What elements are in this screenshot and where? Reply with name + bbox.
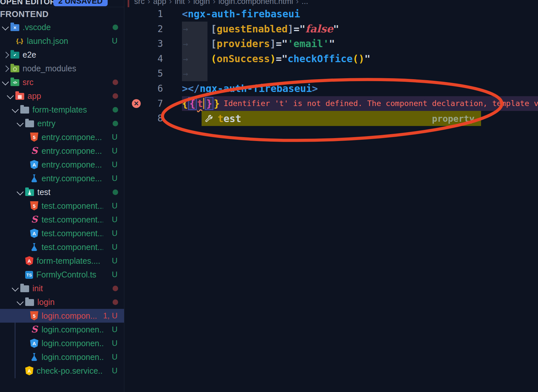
chevron-icon[interactable]	[20, 338, 30, 348]
open-editors-header[interactable]: OPEN EDITORS	[0, 0, 61, 6]
chevron-icon[interactable]	[20, 173, 30, 183]
code-token: 'email'	[288, 38, 329, 49]
modified-dot	[113, 107, 118, 113]
tree-item[interactable]: test	[0, 185, 124, 199]
breadcrumb-item[interactable]: src	[134, 0, 145, 6]
code-line-content[interactable]: <ngx-auth-firebaseui	[182, 7, 538, 22]
tree-item[interactable]: A check-po.service... U	[0, 364, 124, 378]
tree-item[interactable]: ✕ .vscode	[0, 20, 124, 34]
tree-item[interactable]: </> src	[0, 75, 124, 89]
code-line-content[interactable]: →[guestEnabled]="false"	[182, 22, 538, 37]
code-line-content[interactable]: →	[182, 66, 538, 81]
breadcrumb-item[interactable]: login.component.html	[218, 0, 293, 6]
code-line: 7 {{t}}Identifier 't' is not defined. Th…	[124, 96, 538, 111]
chevron-icon[interactable]	[10, 283, 20, 293]
chevron-icon[interactable]	[15, 187, 25, 197]
code-token: )	[270, 53, 276, 64]
tree-item[interactable]: A login.componen... U	[0, 336, 124, 350]
chevron-icon[interactable]	[15, 366, 25, 376]
tree-item[interactable]: 5 test.component... U	[0, 199, 124, 213]
folder-e2e-icon: ✔	[10, 52, 19, 59]
breadcrumb-item[interactable]: app	[153, 0, 166, 6]
chevron-icon[interactable]	[1, 22, 10, 32]
chevron-icon[interactable]	[15, 256, 25, 266]
tree-item[interactable]: ⬡ node_modules	[0, 62, 124, 75]
chevron-icon[interactable]	[20, 311, 30, 321]
chevron-icon[interactable]	[15, 297, 25, 307]
tree-item[interactable]: login.componen... U	[0, 350, 124, 364]
modified-dot	[113, 121, 118, 126]
item-label: FormlyControl.ts	[36, 270, 96, 279]
code-token: [	[211, 23, 217, 35]
html-icon: 5	[30, 133, 38, 142]
suggest-item-test[interactable]: test property	[202, 111, 481, 126]
tree-item[interactable]: S login.componen... U	[0, 323, 124, 336]
flask-icon	[30, 352, 38, 362]
unsaved-count-badge: 2 UNSAVED	[53, 0, 108, 6]
chevron-icon[interactable]	[20, 352, 30, 362]
tree-item[interactable]: A test.component... U	[0, 226, 124, 240]
item-label: check-po.service...	[37, 366, 103, 376]
code-token: guestEnabled	[217, 23, 288, 35]
code-line-content[interactable]: {{t}}Identifier 't' is not defined. The …	[182, 96, 538, 111]
code-token: false	[305, 23, 333, 35]
breadcrumb-separator: ›	[185, 0, 193, 6]
tree-item[interactable]: TS FormlyControl.ts U	[0, 268, 124, 281]
chevron-icon[interactable]	[6, 91, 15, 101]
git-status-badge: U	[103, 270, 117, 279]
code-token: [	[211, 38, 217, 49]
git-status-badge: U	[103, 160, 117, 169]
tree-item[interactable]: entry.compone... U	[0, 171, 124, 185]
chevron-icon[interactable]	[20, 160, 30, 169]
tree-item[interactable]: 5 entry.compone... U	[0, 130, 124, 144]
chevron-icon[interactable]	[20, 228, 30, 238]
ng-blue-icon: A	[30, 229, 38, 238]
chevron-icon[interactable]	[15, 118, 25, 128]
tree-item[interactable]: A entry.compone... U	[0, 158, 124, 171]
modified-dot	[113, 299, 118, 305]
chevron-icon[interactable]	[1, 63, 10, 73]
breadcrumb-item[interactable]: login	[193, 0, 210, 6]
code-line-content[interactable]: →[providers]="'email'"	[182, 36, 538, 51]
flask-icon	[30, 242, 38, 252]
chevron-icon[interactable]	[20, 132, 30, 142]
item-label: login.componen...	[42, 339, 103, 348]
code-line-content[interactable]: ></ngx-auth-firebaseui>	[182, 81, 538, 96]
code-token: =	[276, 53, 282, 64]
tree-item[interactable]: A form-templates.... U	[0, 254, 124, 268]
workspace-root-header[interactable]: FRONTEND	[0, 9, 48, 19]
chevron-icon[interactable]	[15, 270, 25, 279]
tree-item[interactable]: ✔ e2e	[0, 48, 124, 62]
code-token: =	[276, 38, 282, 49]
breadcrumb-item[interactable]: init	[175, 0, 185, 6]
git-status-badge: U	[103, 229, 117, 238]
chevron-icon[interactable]	[20, 201, 30, 211]
tree-item[interactable]: 5 login.compon... 1, U	[0, 309, 124, 323]
html-icon: 5	[30, 311, 38, 320]
chevron-icon[interactable]	[1, 50, 10, 60]
breadcrumb-item[interactable]: ...	[302, 0, 308, 6]
tree-item[interactable]: login	[0, 295, 124, 309]
chevron-icon[interactable]	[1, 77, 10, 87]
tree-item[interactable]: {..} launch.json U	[0, 34, 124, 48]
chevron-icon[interactable]	[6, 36, 15, 46]
tree-item[interactable]: ▦ app	[0, 89, 124, 103]
tree-item[interactable]: form-templates	[0, 103, 124, 116]
tree-item[interactable]: S test.component... U	[0, 213, 124, 226]
tree-item[interactable]: S entry.compone... U	[0, 144, 124, 158]
code-line-content[interactable]: →(onSuccess)="checkOffice()"	[182, 51, 538, 66]
chevron-icon[interactable]	[20, 325, 30, 334]
code-line: 2 →[guestEnabled]="false"	[124, 22, 538, 37]
tree-item[interactable]: entry	[0, 116, 124, 130]
chevron-icon[interactable]	[20, 215, 30, 224]
chevron-icon[interactable]	[20, 242, 30, 252]
tree-item[interactable]: init	[0, 281, 124, 295]
tree-item[interactable]: test.component... U	[0, 240, 124, 254]
modified-dot	[113, 93, 118, 99]
folder-icon	[25, 299, 34, 306]
git-status-badge: U	[103, 256, 117, 265]
chevron-icon[interactable]	[10, 105, 20, 115]
item-label: form-templates	[32, 105, 87, 115]
code-token: {	[182, 98, 188, 109]
chevron-icon[interactable]	[20, 146, 30, 156]
